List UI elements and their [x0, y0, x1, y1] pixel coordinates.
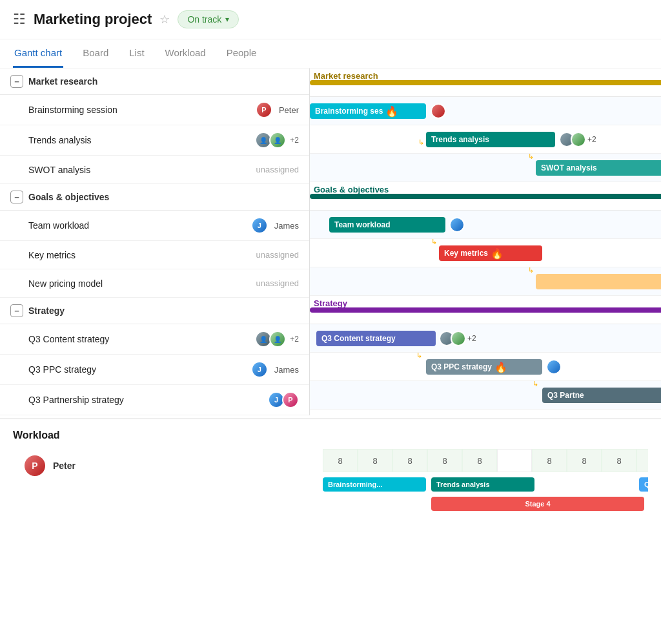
- dep-arrow-swot: ↳: [528, 154, 534, 161]
- avatar-james-workload: J: [251, 217, 268, 234]
- gantt-bar-pricing: [536, 274, 661, 289]
- gantt-bar-swot: SWOT analysis: [536, 160, 661, 176]
- tab-board[interactable]: Board: [81, 39, 110, 68]
- gantt-group-market-research: Market research: [310, 68, 661, 97]
- gantt-label-strategy: Strategy: [314, 298, 347, 308]
- unassigned-metrics: unassigned: [256, 250, 300, 260]
- gantt-bar-team-workload: Team workload: [329, 217, 445, 233]
- assignee-pricing: unassigned: [221, 278, 299, 288]
- task-pricing: New pricing model unassigned: [0, 269, 309, 298]
- workload-cell-7: 8: [532, 449, 567, 472]
- assignee-q3-partner: J P: [221, 391, 299, 408]
- group-strategy: − Strategy: [0, 298, 309, 324]
- tab-workload[interactable]: Workload: [164, 39, 207, 68]
- workload-bar-trends: Trends analysis: [431, 477, 534, 492]
- avatar-james-ppc: J: [251, 361, 268, 378]
- workload-cell-6: [497, 449, 532, 472]
- avatar-james-workload-gantt: [449, 217, 465, 234]
- gantt-bar-goals-group: [310, 194, 661, 199]
- workload-bars-area: Brainstorming... Trends analysis Q3 Part…: [323, 475, 648, 526]
- gantt-bar-trends: Trends analysis: [426, 132, 555, 147]
- gantt-group-goals: Goals & objectives: [310, 182, 661, 211]
- workload-right-peter: 8 8 8 8 8 8 8 8 8 8 Brainstorming...: [323, 449, 648, 526]
- task-name-q3-partner: Q3 Partnership strategy: [28, 395, 221, 405]
- task-key-metrics: Key metrics unassigned: [0, 241, 309, 269]
- chevron-down-icon: ▾: [225, 15, 229, 24]
- workload-section: Workload P Peter 8 8 8 8 8 8 8 8 8 8: [0, 418, 661, 526]
- workload-person-peter: P Peter: [13, 449, 323, 483]
- workload-cell-5: 8: [462, 449, 497, 472]
- project-icon: ☷: [13, 11, 26, 28]
- task-name-q3-content: Q3 Content strategy: [28, 334, 221, 344]
- gantt-bar-strategy-group: [310, 307, 661, 313]
- status-badge[interactable]: On track ▾: [178, 10, 239, 28]
- workload-bar-brainstorming: Brainstorming...: [323, 477, 426, 492]
- gantt-label-market-research: Market research: [314, 71, 378, 81]
- unassigned-pricing: unassigned: [256, 278, 300, 288]
- gantt-bar-q3-partnership: Q3 Partne: [542, 388, 661, 403]
- favorite-star[interactable]: ☆: [159, 12, 170, 26]
- assignee-plus-q3-content: +2: [290, 335, 299, 344]
- assignee-name-james-workload: James: [274, 221, 299, 231]
- avatar-james-ppc-gantt: [546, 359, 562, 377]
- nav-tabs: Gantt chart Board List Workload People: [0, 39, 661, 68]
- dep-arrow-pricing: ↳: [528, 267, 534, 275]
- project-title: Marketing project: [34, 11, 152, 28]
- workload-cell-2: 8: [358, 449, 392, 472]
- task-team-workload: Team workload J James: [0, 211, 309, 241]
- task-name-trends: Trends analysis: [28, 135, 221, 145]
- task-name-metrics: Key metrics: [28, 250, 221, 260]
- tab-gantt-chart[interactable]: Gantt chart: [13, 39, 63, 68]
- assignee-brainstorming: P Peter: [221, 101, 299, 118]
- tab-people[interactable]: People: [225, 39, 258, 68]
- dep-arrow-q3-partner: ↳: [533, 381, 538, 388]
- assignee-name-peter: Peter: [279, 105, 299, 115]
- unassigned-swot: unassigned: [256, 165, 300, 174]
- gantt-bar-market-research-group: [310, 80, 661, 85]
- avatar-trends-2: 👤: [269, 132, 286, 149]
- gantt-row-q3-partnership: ↳ Q3 Partne: [310, 381, 661, 410]
- gantt-row-trends: ↳ Trends analysis +2: [310, 125, 661, 154]
- task-trends-analysis: Trends analysis 👤 👤 +2: [0, 125, 309, 156]
- group-name-strategy: Strategy: [28, 306, 65, 316]
- gantt-row-swot: ↳ SWOT analysis: [310, 154, 661, 182]
- avatar-q3-content-2: 👤: [269, 331, 286, 348]
- gantt-label-goals: Goals & objectives: [314, 185, 389, 194]
- status-text: On track: [187, 14, 221, 25]
- task-name-brainstorming: Brainstorming session: [28, 105, 221, 115]
- assignee-plus-trends: +2: [290, 136, 299, 145]
- gantt-row-brainstorming: Brainstorming ses 🔥: [310, 97, 661, 125]
- assignee-metrics: unassigned: [221, 250, 299, 260]
- assignee-name-james-ppc: James: [274, 365, 299, 375]
- collapse-strategy[interactable]: −: [10, 304, 23, 317]
- workload-person-name: Peter: [53, 461, 76, 471]
- dep-arrow-metrics: ↳: [431, 239, 437, 246]
- gantt-row-pricing: ↳: [310, 267, 661, 296]
- assignee-q3-content: 👤 👤 +2: [221, 331, 299, 348]
- task-swot: SWOT analysis unassigned: [0, 156, 309, 184]
- avatars-q3-content-gantt: +2: [439, 331, 476, 346]
- collapse-market-research[interactable]: −: [10, 75, 23, 88]
- avatars-trends-gantt: +2: [559, 132, 596, 147]
- task-q3-partnership: Q3 Partnership strategy J P: [0, 385, 309, 415]
- group-name-market-research: Market research: [28, 76, 97, 87]
- tab-list[interactable]: List: [128, 39, 145, 68]
- workload-cell-3: 8: [392, 449, 427, 472]
- workload-hours-row: 8 8 8 8 8 8 8 8 8 8: [323, 449, 648, 472]
- task-q3-ppc: Q3 PPC strategy J James: [0, 355, 309, 385]
- workload-cell-8: 8: [567, 449, 602, 472]
- avatar-brainstorming-gantt: [431, 103, 446, 121]
- workload-cell-9: 8: [602, 449, 636, 472]
- workload-cell-1: 8: [323, 449, 358, 472]
- assignee-swot: unassigned: [221, 165, 299, 174]
- gantt-group-strategy: Strategy: [310, 296, 661, 324]
- task-name-pricing: New pricing model: [28, 278, 221, 289]
- assignee-trends: 👤 👤 +2: [221, 132, 299, 149]
- workload-title: Workload: [13, 430, 648, 441]
- avatar-q3-partner-2: P: [282, 391, 299, 408]
- group-market-research: − Market research: [0, 68, 309, 95]
- collapse-goals[interactable]: −: [10, 191, 23, 203]
- page-header: ☷ Marketing project ☆ On track ▾: [0, 0, 661, 39]
- gantt-bar-brainstorming: Brainstorming ses 🔥: [310, 103, 426, 119]
- gantt-left-pane: − Market research Brainstorming session …: [0, 68, 310, 415]
